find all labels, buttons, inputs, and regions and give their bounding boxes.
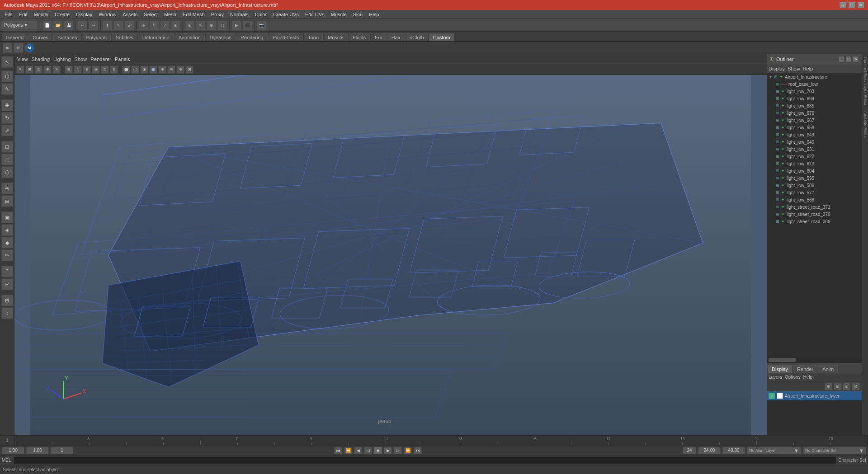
tab-polygons[interactable]: Polygons xyxy=(82,33,110,41)
outliner-menu-show[interactable]: Show xyxy=(788,66,800,71)
tool-region[interactable]: ▣ xyxy=(1,211,13,223)
tab-deformation[interactable]: Deformation xyxy=(138,33,174,41)
strip-attribute-editor[interactable]: Attribute Editor xyxy=(863,109,868,140)
range-anim-start[interactable]: 24.00 xyxy=(698,447,721,454)
toolbar-snap-curve-icon[interactable]: ∿ xyxy=(196,20,206,30)
transport-stop[interactable]: ■ xyxy=(374,447,382,454)
polygon-mode-dropdown[interactable]: Polygons ▼ xyxy=(2,21,38,30)
layer-tab-render[interactable]: Render xyxy=(793,365,817,373)
tool-select[interactable]: ↖ xyxy=(1,56,13,68)
vp-icon-smooth[interactable]: ≋ xyxy=(167,66,175,74)
vp-icon-hierarchy[interactable]: ⊞ xyxy=(25,66,33,74)
outliner-item-light649[interactable]: ⊞ ✦ light_low_649 xyxy=(767,131,862,138)
mel-input[interactable] xyxy=(13,457,837,464)
outliner-close-btn[interactable]: ✕ xyxy=(853,56,859,62)
tool-arc[interactable]: ⌒ xyxy=(1,266,13,277)
transport-step-back[interactable]: ⏪ xyxy=(344,447,352,454)
vp-icon-texture-toggle[interactable]: ⊛ xyxy=(158,66,166,74)
tab-fur[interactable]: Fur xyxy=(371,33,387,41)
outliner-item-street370[interactable]: ⊞ ✦ light_street_road_370 xyxy=(767,211,862,218)
outliner-menu-display[interactable]: Display xyxy=(769,66,785,71)
tab-curves[interactable]: Curves xyxy=(28,33,52,41)
vp-menu-lighting[interactable]: Lighting xyxy=(53,56,71,62)
vp-menu-renderer[interactable]: Renderer xyxy=(90,56,111,62)
outliner-list[interactable]: ▼ ⊞ ✦ Airport_Infrastructure ⊞ ── roof_b… xyxy=(767,73,862,358)
tab-hair[interactable]: Hair xyxy=(387,33,405,41)
tool-snap[interactable]: ⊠ xyxy=(1,195,13,207)
vp-icon-shading-toggle[interactable]: ▦ xyxy=(149,66,157,74)
toolbar-ipr-icon[interactable]: ⬛ xyxy=(242,20,252,30)
vp-menu-panels[interactable]: Panels xyxy=(115,56,130,62)
outliner-item-light613[interactable]: ⊞ ✦ light_low_613 xyxy=(767,160,862,167)
toolbar-paint-icon[interactable]: 🖌 xyxy=(124,20,134,30)
menu-edit-mesh[interactable]: Edit Mesh xyxy=(180,11,208,18)
toolbar-select-icon[interactable]: ⬆ xyxy=(103,20,113,30)
tab-subdivs[interactable]: Subdivs xyxy=(112,33,137,41)
toolbar-open-icon[interactable]: 📂 xyxy=(53,20,63,30)
menu-select[interactable]: Select xyxy=(141,11,160,18)
outliner-item-light685[interactable]: ⊞ ✦ light_low_685 xyxy=(767,102,862,109)
toolbar-camera-icon[interactable]: 📷 xyxy=(256,20,266,30)
shelf-icon-2[interactable]: ⊕ xyxy=(14,43,24,53)
layer-delete-btn[interactable]: ⊗ xyxy=(843,382,851,390)
vp-icon-light[interactable]: ◉ xyxy=(140,66,148,74)
outliner-item-light586[interactable]: ⊞ ✦ light_low_586 xyxy=(767,182,862,189)
tab-general[interactable]: General xyxy=(2,33,28,41)
timeline-ruler[interactable]: 1357911131517192123 xyxy=(14,436,868,445)
tool-lasso[interactable]: ⬡ xyxy=(1,70,13,82)
range-anim-end[interactable]: 48.00 xyxy=(722,447,745,454)
menu-edit-uvs[interactable]: Edit UVs xyxy=(302,11,327,18)
maximize-button[interactable]: □ xyxy=(848,2,855,8)
outliner-item-light658[interactable]: ⊞ ✦ light_low_658 xyxy=(767,124,862,131)
tab-painteffects[interactable]: PaintEffects xyxy=(269,33,303,41)
outliner-item-light694[interactable]: ⊞ ✦ light_low_694 xyxy=(767,95,862,102)
outliner-item-light568[interactable]: ⊞ ✦ light_low_568 xyxy=(767,196,862,203)
vp-icon-object[interactable]: ◎ xyxy=(34,66,42,74)
anim-layer-dropdown[interactable]: No Anim Layer ▼ xyxy=(747,447,801,454)
tool-cv[interactable]: ◈ xyxy=(1,224,13,236)
menu-muscle[interactable]: Muscle xyxy=(328,11,349,18)
transport-goto-start[interactable]: ⏮ xyxy=(334,447,342,454)
menu-color[interactable]: Color xyxy=(252,11,269,18)
outliner-item-light640[interactable]: ⊞ ✦ light_low_640 xyxy=(767,138,862,145)
vp-icon-snap-live[interactable]: ⊛ xyxy=(110,66,118,74)
vp-icon-paint[interactable]: ✎ xyxy=(52,66,61,74)
transport-next-key[interactable]: ▷ xyxy=(394,447,402,454)
menu-create[interactable]: Create xyxy=(52,11,72,18)
vp-icon-view-prev[interactable]: ⬤ xyxy=(122,66,130,74)
menu-create-uvs[interactable]: Create UVs xyxy=(270,11,302,18)
toolbar-transform-icon[interactable]: ⊞ xyxy=(171,20,181,30)
tool-pencil[interactable]: ✏ xyxy=(1,249,13,261)
tab-fluids[interactable]: Fluids xyxy=(349,33,370,41)
scrollbar-thumb-h[interactable] xyxy=(769,358,796,362)
outliner-menu-help[interactable]: Help xyxy=(803,66,813,71)
layer-visibility-check[interactable]: V xyxy=(769,393,775,399)
tab-dynamics[interactable]: Dynamics xyxy=(206,33,236,41)
toolbar-render-icon[interactable]: ▶ xyxy=(231,20,241,30)
tool-lattice[interactable]: ⊟ xyxy=(1,295,13,306)
toolbar-save-icon[interactable]: 💾 xyxy=(64,20,74,30)
layer-tab-anim[interactable]: Anim xyxy=(818,365,838,373)
outliner-item-street369[interactable]: ⊞ ✦ light_street_road_369 xyxy=(767,218,862,225)
tool-soft-mod[interactable]: ◌ xyxy=(1,154,13,165)
outliner-maximize-btn[interactable]: □ xyxy=(845,56,852,62)
vp-menu-view[interactable]: View xyxy=(17,56,28,62)
vp-icon-isolate[interactable]: ⊙ xyxy=(176,66,184,74)
viewport-canvas[interactable]: X Y Z persp xyxy=(14,75,767,435)
vp-icon-snap-curve[interactable]: ∿ xyxy=(74,66,82,74)
menu-skin[interactable]: Skin xyxy=(350,11,365,18)
range-start-field[interactable]: 1.00 xyxy=(2,447,24,454)
layer-options-btn[interactable]: ⚙ xyxy=(852,382,860,390)
vp-icon-snap-point[interactable]: ⊕ xyxy=(83,66,91,74)
transport-play-fwd[interactable]: ▶ xyxy=(384,447,392,454)
shelf-icon-maya[interactable]: M xyxy=(24,43,34,53)
tab-surfaces[interactable]: Surfaces xyxy=(53,33,81,41)
outliner-item-light667[interactable]: ⊞ ✦ light_low_667 xyxy=(767,117,862,124)
tab-custom[interactable]: Custom xyxy=(429,33,454,41)
tool-bend[interactable]: ⌇ xyxy=(1,307,13,319)
range-frame-field[interactable]: 1 xyxy=(51,447,73,454)
toolbar-new-icon[interactable]: 📄 xyxy=(42,20,52,30)
tab-animation[interactable]: Animation xyxy=(175,33,205,41)
menu-file[interactable]: File xyxy=(2,11,15,18)
vp-icon-select-mode[interactable]: ↖ xyxy=(16,66,24,74)
